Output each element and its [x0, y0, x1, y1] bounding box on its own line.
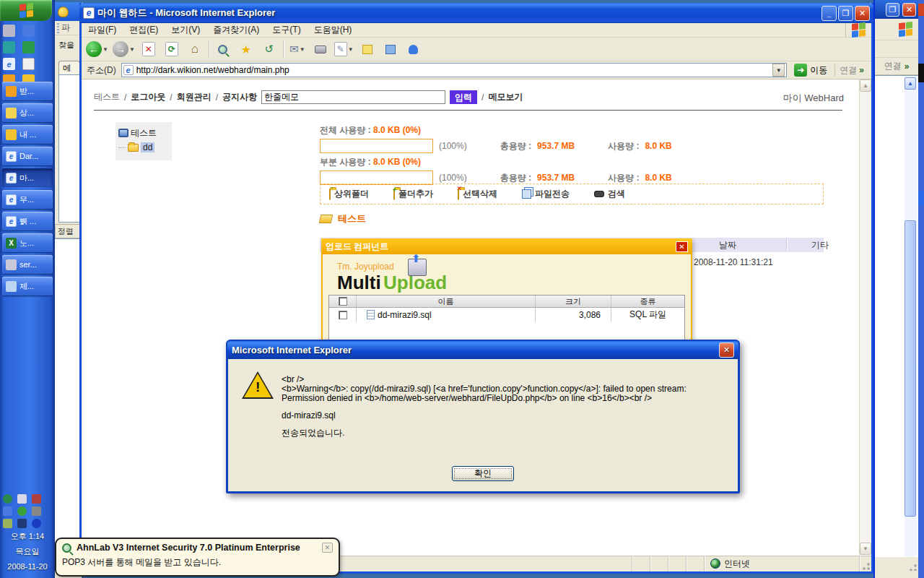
address-url[interactable]: http://dark.wikion.net/webhard/main.php [134, 65, 773, 75]
taskbar-button-4-active[interactable]: e 마... [2, 168, 53, 187]
column-date[interactable]: 날짜 [681, 238, 775, 252]
memo-input[interactable] [261, 90, 445, 104]
forward-button[interactable]: →▼ [113, 40, 135, 59]
links-button[interactable]: 연결 » [834, 64, 868, 77]
delete-selected-button[interactable]: ✕ 선택삭제 [458, 188, 497, 200]
add-folder-button[interactable]: ＋ 폴더추가 [393, 188, 433, 200]
messenger-button[interactable] [404, 40, 423, 59]
resize-grip[interactable] [860, 556, 871, 571]
taskbar-button-0[interactable]: 받... [2, 82, 53, 100]
ie-icon[interactable]: e [3, 58, 15, 70]
messenger-tray-icon[interactable] [17, 506, 27, 516]
upload-close-icon[interactable]: ✕ [676, 241, 688, 252]
resize-grip[interactable] [907, 557, 918, 571]
maximize-button[interactable]: ❐ [886, 3, 899, 17]
select-all-checkbox[interactable] [339, 297, 347, 306]
upload-popup-titlebar[interactable]: 업로드 컴퍼넌트 ✕ [321, 238, 692, 254]
nav-memo-view[interactable]: 메모보기 [488, 91, 523, 103]
tab-mail[interactable]: 메 [58, 61, 80, 74]
taskbar-button-5[interactable]: e 무... [2, 190, 53, 209]
ie-titlebar[interactable]: e 마이 웹하드 - Microsoft Internet Explorer _… [79, 3, 873, 23]
nav-notice[interactable]: 공지사항 [222, 91, 257, 103]
scroll-up-button[interactable]: ▲ [905, 77, 916, 90]
refresh-button[interactable]: ⟳ [162, 40, 181, 59]
start-button[interactable] [0, 0, 52, 21]
second-ie-window[interactable]: ❐ ✕ 연결» ▲ [873, 0, 918, 578]
tree-root[interactable]: 테스트 [118, 126, 169, 140]
upload-column-name[interactable]: 이름 [357, 296, 536, 307]
network-tray-icon[interactable] [3, 506, 12, 516]
taskbar-button-1[interactable]: 상... [2, 103, 53, 122]
menu-file[interactable]: 파일(F) [82, 24, 123, 36]
home-button[interactable]: ⌂ [186, 40, 204, 59]
taskbar-button-7[interactable]: X 노... [2, 233, 53, 252]
menu-view[interactable]: 보기(V) [165, 24, 206, 36]
ok-button[interactable]: 확인 [452, 466, 514, 481]
taskbar-button-9[interactable]: 제... [2, 277, 53, 296]
document-tray-icon[interactable] [17, 494, 27, 504]
printer-icon[interactable] [3, 25, 15, 37]
background-window-titlebar[interactable] [55, 2, 82, 21]
nav-logout[interactable]: 로그아웃 [131, 91, 165, 103]
tree-node-dd[interactable]: dd [118, 140, 169, 155]
current-folder[interactable]: 테스트 [320, 212, 366, 225]
file-checkbox[interactable] [339, 311, 347, 319]
update-tray-icon[interactable] [3, 519, 12, 528]
upload-file-row[interactable]: dd-mirazi9.sql 3,086 SQL 파일 [329, 308, 684, 322]
close-button[interactable]: ✕ [902, 3, 916, 17]
research-button[interactable] [381, 40, 400, 59]
favorites-button[interactable]: ★ [237, 40, 256, 59]
menu-help[interactable]: 도움말(H) [308, 24, 359, 36]
sort-bar[interactable]: 정렬 [55, 224, 82, 238]
file-transfer-button[interactable]: 파일전송 [522, 188, 570, 200]
menu-edit[interactable]: 편집(E) [123, 24, 165, 36]
maximize-button[interactable]: ❐ [838, 6, 853, 21]
notification-close-icon[interactable]: ✕ [322, 543, 333, 553]
settings-tray-icon[interactable] [32, 506, 41, 516]
search-files-button[interactable]: 검색 [594, 188, 625, 200]
magnifier-tray-icon[interactable] [3, 494, 12, 504]
scrollbar-thumb[interactable] [905, 220, 916, 517]
bluetooth-tray-icon[interactable] [32, 519, 41, 528]
close-button[interactable]: ✕ [855, 6, 870, 21]
speaker-muted-icon[interactable] [32, 494, 41, 504]
alert-close-button[interactable]: ✕ [719, 342, 734, 358]
print-button[interactable] [311, 40, 330, 59]
taskbar-button-8[interactable]: ser... [2, 255, 53, 274]
discuss-button[interactable] [358, 40, 377, 59]
network-icon[interactable] [3, 41, 15, 53]
parent-folder-button[interactable]: ↑ 상위폴더 [329, 188, 369, 200]
links-button[interactable]: 연결» [875, 58, 918, 75]
menu-favorites[interactable]: 즐겨찾기(A) [206, 24, 266, 36]
stop-button[interactable]: ✕ [139, 40, 158, 59]
column-etc[interactable]: 기타 [788, 238, 853, 252]
upload-column-type[interactable]: 종류 [611, 296, 684, 307]
msn-icon[interactable] [22, 41, 35, 53]
memo-submit-button[interactable]: 입력 [450, 90, 477, 104]
vertical-scrollbar[interactable]: ▲ ▼ [859, 79, 871, 555]
vertical-scrollbar[interactable]: ▲ [905, 76, 917, 556]
taskbar-button-6[interactable]: e 뷁 ... [2, 212, 53, 230]
address-dropdown[interactable]: ▼ [772, 64, 785, 77]
back-button[interactable]: ←▼ [86, 40, 108, 59]
minimize-button[interactable]: _ [821, 6, 837, 21]
address-field[interactable]: e http://dark.wikion.net/webhard/main.ph… [121, 63, 788, 77]
mail-button[interactable]: ✉▼ [288, 40, 307, 59]
users-icon[interactable] [22, 25, 35, 37]
nav-test[interactable]: 테스트 [94, 91, 120, 103]
search-button[interactable] [214, 40, 232, 59]
close-button[interactable] [918, 4, 924, 16]
third-window-edge[interactable] [918, 0, 924, 578]
taskbar-button-2[interactable]: 내 ... [2, 125, 53, 144]
v3-tray-icon[interactable] [17, 519, 27, 528]
mail-list-panel[interactable] [58, 74, 82, 223]
scroll-up-button[interactable]: ▲ [860, 79, 871, 92]
upload-column-size[interactable]: 크기 [536, 296, 611, 307]
document-icon[interactable] [22, 58, 35, 70]
drag-handle[interactable] [57, 23, 59, 33]
alert-titlebar[interactable]: Microsoft Internet Explorer ✕ [227, 341, 738, 359]
taskbar-button-3[interactable]: e Dar... [2, 147, 53, 165]
scroll-down-button[interactable]: ▼ [860, 543, 871, 555]
menu-tools[interactable]: 도구(T) [266, 24, 307, 36]
nav-member-admin[interactable]: 회원관리 [177, 91, 212, 103]
